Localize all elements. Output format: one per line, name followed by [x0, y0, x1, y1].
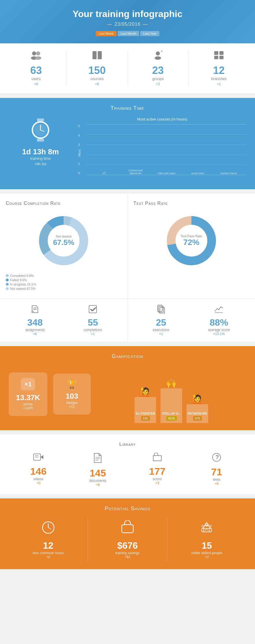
points-number: 13.37K — [16, 393, 40, 402]
tests-number: 71 — [187, 466, 247, 478]
completion-test-section: Course Completion Rate Not started 67.5% — [0, 194, 255, 342]
scorm-label: scorm — [128, 477, 187, 481]
skills-number: 15 — [173, 540, 241, 551]
documents-number: 145 — [68, 467, 128, 479]
svg-rect-27 — [89, 305, 97, 313]
training-section: Training Time 1d 13h 8m training time +0… — [0, 98, 255, 189]
courses-number: 150 — [67, 64, 128, 77]
svg-text:+: + — [161, 51, 163, 53]
svg-rect-44 — [202, 528, 212, 532]
chart-title: Most active courses (in hours) — [78, 117, 246, 121]
filter-last-year[interactable]: Last Year — [140, 31, 159, 36]
gamification-section: Gamification +1 13.37K points +1470 🏆 10… — [0, 346, 255, 430]
stat-courses: 150 courses +6 — [67, 51, 128, 86]
executions-number: 25 — [153, 317, 169, 328]
tests-label: tests — [187, 478, 247, 482]
game-card-points: +1 13.37K points +1470 — [9, 372, 47, 416]
training-left: 1d 13h 8m training time +0h 3m — [9, 117, 72, 166]
bar-label-human: Human Factor — [221, 172, 237, 175]
scorm-number: 177 — [128, 466, 187, 477]
person-2nd-icon: 🙋 — [140, 387, 151, 397]
svg-text:?: ? — [215, 454, 219, 460]
podium-score-2nd: 535 — [141, 416, 150, 421]
groups-number: 23 — [128, 64, 189, 77]
courses-icon — [67, 51, 128, 62]
avg-score-icon — [208, 305, 230, 315]
svg-rect-13 — [37, 118, 44, 121]
svg-rect-10 — [219, 51, 223, 55]
tests-change: +6 — [187, 482, 247, 486]
svg-point-0 — [32, 51, 36, 55]
badges-number: 103 — [60, 392, 84, 401]
training-title: Training Time — [9, 105, 246, 111]
savings-change: +$1 — [94, 555, 161, 559]
skills-change: +2 — [173, 555, 241, 559]
bar-label-c1: c1 — [103, 172, 106, 175]
executions-change: +1 — [153, 332, 169, 336]
gamification-content: +1 13.37K points +1470 🏆 103 badges +11 … — [9, 365, 246, 423]
groups-change: +2 — [128, 82, 189, 86]
videos-number: 146 — [9, 466, 68, 477]
assignments-change: +6 — [25, 332, 45, 336]
svg-point-3 — [35, 56, 41, 60]
documents-icon — [68, 453, 128, 465]
commute-label: less commute hours — [14, 551, 82, 555]
course-completion: Course Completion Rate Not started 67.5% — [0, 194, 128, 298]
legend-in-progress: In progress 16.1% — [10, 283, 36, 286]
training-time-value: 1d 13h 8m — [9, 147, 72, 156]
completions-number: 55 — [84, 317, 102, 328]
money-icon — [94, 520, 161, 537]
top-stats-row: 63 users +0 150 courses +6 + 23 groups +… — [0, 43, 255, 94]
header-date: 23/05/2016 — [6, 22, 249, 27]
svg-marker-32 — [40, 455, 43, 459]
podium: 🙋 ELI FORSTER 535 🙌 STELLAP O... 8628 🙋 … — [97, 365, 246, 423]
avg-score-label: average score — [208, 328, 230, 332]
donut-center-value: 67.5% — [53, 238, 74, 247]
stats-under-charts: 348 assignments +6 55 completions +1 25 … — [0, 298, 255, 342]
lib-documents: 145 documents +6 — [68, 453, 128, 487]
documents-label: documents — [68, 479, 128, 483]
completions-change: +1 — [84, 332, 102, 336]
test-pass-rate: Test Pass Rate Test Pass Rate 72% — [128, 194, 255, 298]
completions-icon — [84, 305, 102, 315]
completion-donut: Not started 67.5% — [35, 212, 93, 270]
stat-executions: 25 executions +1 — [153, 305, 169, 336]
completion-test-row: Course Completion Rate Not started 67.5% — [0, 194, 255, 298]
branches-label: branches — [189, 77, 249, 81]
podium-3rd: 🙋 PATHEON IRO 476 — [186, 394, 208, 423]
podium-block-1st: STELLAP O... 8628 — [160, 388, 182, 423]
savings-number: $676 — [94, 540, 161, 551]
savings-section: Potential Savings 12 less commute hours … — [0, 498, 255, 569]
users-number: 63 — [6, 64, 66, 77]
stat-completions: 55 completions +1 — [84, 305, 102, 336]
library-stats: 146 videos +0 145 documents +6 177 scorm… — [9, 453, 246, 487]
podium-1st: 🙌 STELLAP O... 8628 — [160, 378, 182, 423]
podium-block-3rd: PATHEON IRO 476 — [186, 404, 208, 423]
filter-last-month[interactable]: Last Month — [118, 31, 139, 36]
branches-change: +1 — [189, 82, 249, 86]
commute-icon — [14, 520, 82, 537]
filter-last-week[interactable]: Last Week — [96, 31, 117, 36]
saving-skills: 15 better skilled people +2 — [167, 517, 246, 562]
avg-score-number: 88% — [208, 317, 230, 328]
legend-completed: Completed 6.8% — [10, 274, 34, 277]
executions-icon — [153, 305, 169, 315]
executions-label: executions — [153, 328, 169, 332]
podium-block-2nd: ELI FORSTER 535 — [134, 397, 156, 423]
commute-change: +0 — [14, 555, 82, 559]
bar-chart: c1 Content andTalentLMS Click and Learn … — [87, 124, 246, 175]
legend-not-started: Not started 67.5% — [10, 287, 36, 290]
stat-groups: + 23 groups +2 — [128, 51, 189, 86]
svg-line-42 — [48, 528, 51, 529]
svg-rect-14 — [37, 139, 44, 142]
scorm-icon — [128, 453, 187, 463]
savings-label: training savings — [94, 551, 161, 555]
branches-number: 12 — [189, 64, 249, 77]
avg-score-change: +13.1% — [208, 332, 230, 336]
assignments-icon — [25, 305, 45, 315]
users-icon — [6, 51, 66, 62]
podium-score-3rd: 476 — [193, 416, 202, 421]
person-1st-icon: 🙌 — [166, 378, 177, 388]
badges-icon: 🏆 — [60, 379, 84, 389]
videos-change: +0 — [9, 481, 68, 485]
